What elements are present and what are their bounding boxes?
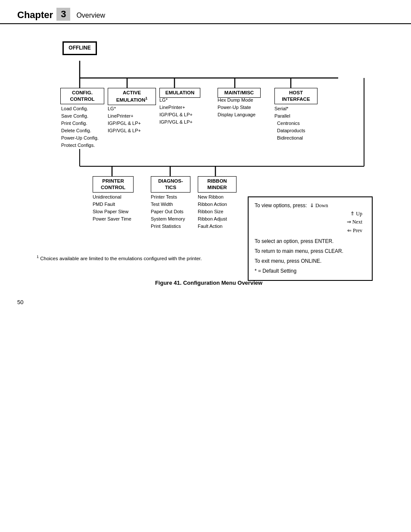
prev-key: ⇐ Prev — [255, 227, 366, 235]
info-box: To view options, press: ⇓ Down ⇑ Up ⇒ Ne… — [248, 196, 373, 281]
offline-box: OFFLINE — [62, 41, 97, 55]
chapter-label: Chapter — [17, 9, 53, 21]
chapter-number: 3 — [56, 8, 70, 21]
up-key: ⇑ Up — [255, 210, 366, 218]
host-interface-items: Serial*Parallel Centronics Dataproducts … — [274, 105, 305, 142]
chapter-title: Overview — [76, 12, 105, 21]
default-note: * = Default Setting — [255, 267, 366, 275]
page-header: Chapter 3 Overview — [0, 0, 411, 24]
diagram: OFFLINE CONFIG.CONTROL Load Config.Save … — [37, 33, 390, 248]
host-interface-box: HOSTINTERFACE — [274, 88, 318, 104]
diagnostics-box: DIAGNOS-TICS — [151, 176, 190, 193]
active-emulation-items: LG*LinePrinter+IGP/PGL & LP+IGP/VGL & LP… — [108, 105, 141, 134]
page-number: 50 — [0, 295, 411, 310]
next-key: ⇒ Next — [255, 218, 366, 226]
ribbon-minder-items: New RibbonRibbon ActionRibbon SizeRibbon… — [198, 193, 227, 230]
footnote: 1 Choices available are limited to the e… — [37, 252, 222, 262]
maint-misc-items: Hex Dump ModePower-Up StateDisplay Langu… — [218, 96, 255, 118]
ribbon-minder-box: RIBBONMINDER — [198, 176, 237, 193]
return-line: To return to main menu, press CLEAR. — [255, 247, 366, 255]
config-box: CONFIG.CONTROL — [60, 88, 104, 104]
diagnostics-items: Printer TestsTest WidthPaper Out DotsSys… — [151, 193, 185, 230]
view-options-line: To view options, press: ⇓ Down — [255, 202, 366, 210]
printer-control-items: UnidirectionalPMD FaultSlow Paper SlewPo… — [93, 193, 131, 223]
exit-line: To exit menu, press ONLINE. — [255, 257, 366, 265]
config-items: Load Config.Save Config.Print Config.Del… — [61, 105, 99, 149]
emulation-items: LG*LinePrinter+IGP/PGL & LP+IGP/VGL & LP… — [159, 96, 193, 126]
page-content: OFFLINE CONFIG.CONTROL Load Config.Save … — [0, 24, 411, 295]
active-emulation-box: ACTIVEEMULATION1 — [108, 88, 156, 105]
select-line: To select an option, press ENTER. — [255, 237, 366, 246]
printer-control-box: PRINTERCONTROL — [93, 176, 134, 193]
